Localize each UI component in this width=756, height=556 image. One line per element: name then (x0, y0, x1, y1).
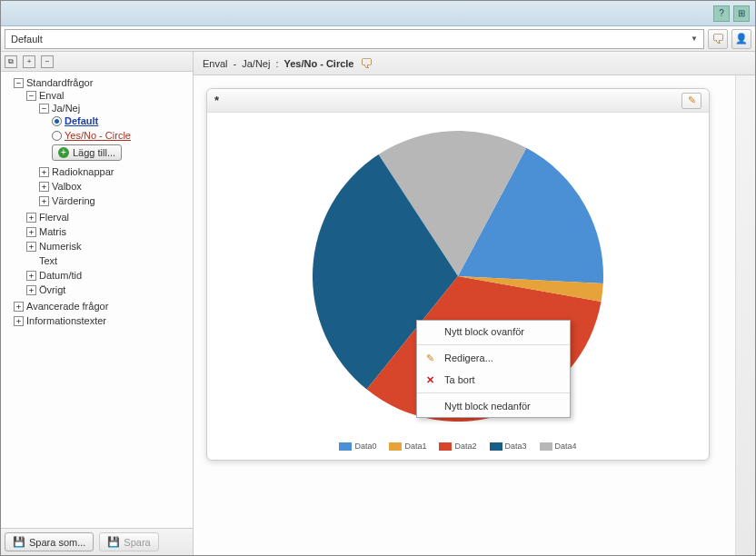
collapse-icon[interactable]: − (26, 91, 36, 101)
tree-node-enval[interactable]: − Enval (26, 90, 193, 101)
tree-node-janej[interactable]: − Ja/Nej (39, 103, 193, 114)
menu-edit[interactable]: ✎ Redigera... (417, 347, 570, 369)
help-icon[interactable]: ? (713, 5, 730, 22)
tree-label: Enval (39, 90, 65, 101)
expand-icon[interactable]: + (26, 213, 36, 223)
sidebar-toolbar: ⧉ + − (1, 52, 193, 72)
breadcrumb: Enval - Ja/Nej : Yes/No - Circle 🗨 (194, 52, 755, 75)
add-label: Lägg till... (73, 147, 115, 158)
toolbar: Default 🗨 👤 (1, 26, 755, 52)
expand-icon[interactable]: + (26, 227, 36, 237)
tree-node-infotext[interactable]: +Informationstexter (14, 315, 193, 326)
radio-icon[interactable] (52, 116, 62, 126)
menu-new-block-below[interactable]: Nytt block nedanför (417, 395, 570, 417)
remove-icon[interactable]: − (41, 55, 54, 68)
tree-option-default[interactable]: Default (52, 115, 193, 126)
category-dropdown[interactable]: Default (5, 29, 704, 49)
tree-label: Avancerade frågor (26, 301, 108, 312)
main-panel: Enval - Ja/Nej : Yes/No - Circle 🗨 * ✎ (194, 52, 755, 555)
menu-label: Nytt block nedanför (444, 401, 531, 412)
crumb-part: Ja/Nej (242, 58, 270, 69)
expand-icon[interactable]: + (39, 182, 49, 192)
user-icon[interactable]: 👤 (731, 29, 751, 49)
legend-item: Data1 (389, 442, 426, 451)
tree-node-datumtid[interactable]: +Datum/tid (26, 270, 193, 281)
disk-icon: 💾 (13, 536, 25, 548)
right-strip (735, 75, 755, 555)
app-window: ? ⊞ Default 🗨 👤 ⧉ + − − Standardfrågor (0, 0, 756, 556)
canvas: * ✎ Data0Data1Data2Data3Data4 Nytt block… (194, 75, 735, 555)
radio-icon[interactable] (52, 131, 62, 141)
add-icon[interactable]: + (23, 55, 35, 68)
chat-icon[interactable]: 🗨 (708, 29, 728, 49)
tree-label: Default (65, 115, 98, 126)
menu-separator (417, 392, 570, 393)
menu-new-block-above[interactable]: Nytt block ovanför (417, 321, 570, 343)
expand-icon[interactable]: + (26, 271, 36, 281)
tree-label: Datum/tid (39, 270, 82, 281)
disk-icon: 💾 (107, 536, 120, 548)
legend-item: Data3 (490, 442, 527, 451)
copy-icon[interactable]: ⧉ (5, 55, 17, 68)
question-tree: − Standardfrågor − Enval (1, 72, 193, 528)
tree-node-radioknappar[interactable]: +Radioknappar (39, 166, 193, 177)
layout-icon[interactable]: ⊞ (733, 5, 750, 22)
tree-label: Ja/Nej (52, 103, 80, 114)
required-marker: * (214, 94, 219, 107)
tree-label: Valbox (52, 181, 82, 192)
chat-icon[interactable]: 🗨 (360, 56, 373, 71)
chart-legend: Data0Data1Data2Data3Data4 (339, 442, 576, 451)
collapse-icon[interactable]: − (14, 78, 24, 88)
save-button: 💾 Spara (99, 532, 158, 551)
menu-delete[interactable]: ✕ Ta bort (417, 369, 570, 391)
expand-icon[interactable]: + (14, 316, 24, 326)
expand-icon[interactable]: + (39, 167, 49, 177)
menu-label: Ta bort (444, 374, 475, 385)
collapse-icon[interactable]: − (39, 104, 49, 114)
save-label: Spara (124, 537, 150, 548)
expand-icon[interactable]: + (26, 285, 36, 295)
add-option-button[interactable]: + Lägg till... (52, 144, 122, 161)
menu-label: Redigera... (444, 352, 493, 363)
card-body: Data0Data1Data2Data3Data4 Nytt block ova… (207, 113, 709, 460)
tree-node-advanced[interactable]: +Avancerade frågor (14, 301, 193, 312)
tree-node-matris[interactable]: +Matris (26, 226, 193, 237)
crumb-current: Yes/No - Circle (284, 58, 353, 69)
tree-node-standard[interactable]: − Standardfrågor (14, 77, 193, 88)
tree-label: Standardfrågor (26, 77, 93, 88)
close-icon: ✕ (423, 373, 436, 386)
tree-node-text[interactable]: Text (26, 255, 193, 266)
crumb-part: Enval (203, 58, 228, 69)
legend-item: Data0 (339, 442, 376, 451)
tree-label: Yes/No - Circle (65, 130, 131, 141)
context-menu: Nytt block ovanför ✎ Redigera... ✕ Ta bo… (416, 320, 571, 418)
titlebar: ? ⊞ (1, 1, 755, 26)
tree-node-vardering[interactable]: +Värdering (39, 195, 193, 206)
chart-card: * ✎ Data0Data1Data2Data3Data4 Nytt block… (206, 88, 710, 461)
pencil-icon: ✎ (423, 352, 436, 364)
tree-option-yesno-circle[interactable]: Yes/No - Circle (52, 130, 193, 141)
plus-icon: + (58, 147, 69, 158)
sidebar: ⧉ + − − Standardfrågor − (1, 52, 194, 555)
tree-node-valbox[interactable]: +Valbox (39, 181, 193, 192)
menu-label: Nytt block ovanför (444, 326, 524, 337)
tree-label: Informationstexter (26, 315, 106, 326)
legend-item: Data2 (439, 442, 476, 451)
save-as-label: Spara som... (29, 537, 85, 548)
card-header: * ✎ (207, 89, 709, 113)
tree-node-ovrigt[interactable]: +Övrigt (26, 284, 193, 295)
save-as-button[interactable]: 💾 Spara som... (5, 532, 94, 551)
expand-icon[interactable]: + (26, 242, 36, 252)
dropdown-value: Default (11, 34, 43, 45)
pencil-icon[interactable]: ✎ (681, 93, 701, 109)
tree-label: Text (39, 255, 57, 266)
tree-node-numerisk[interactable]: +Numerisk (26, 241, 193, 252)
tree-label: Numerisk (39, 241, 81, 252)
legend-item: Data4 (540, 442, 577, 451)
tree-label: Flerval (39, 212, 69, 223)
expand-icon[interactable]: + (14, 302, 24, 312)
tree-label: Radioknappar (52, 166, 114, 177)
content-area: ⧉ + − − Standardfrågor − (1, 52, 755, 555)
tree-node-flerval[interactable]: +Flerval (26, 212, 193, 223)
expand-icon[interactable]: + (39, 196, 49, 206)
